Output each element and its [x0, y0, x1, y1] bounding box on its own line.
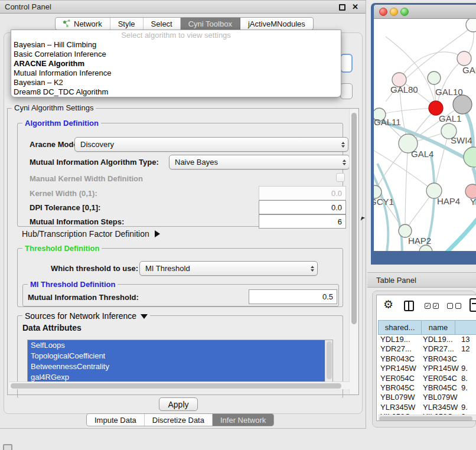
control-panel-titlebar: Control Panel ✕: [0, 1, 366, 14]
column-header-shared[interactable]: shared...: [378, 320, 422, 335]
dropdown-placeholder: Select algorithm to view settings: [11, 30, 341, 40]
table-row[interactable]: YPR145WYPR145W9.: [377, 364, 476, 374]
table-row[interactable]: YBR045CYBR045C9.: [377, 383, 476, 393]
algorithm-definition-group: Algorithm Definition Aracne Mode: Discov…: [17, 123, 343, 227]
column-header-partial[interactable]: [455, 320, 476, 335]
dropdown-option[interactable]: Mutual Information Inference: [11, 69, 341, 78]
table-cell: YER054C: [423, 374, 457, 383]
mouse-cursor: [361, 217, 366, 220]
tab-infer-network[interactable]: Infer Network: [213, 414, 273, 426]
dpi-tolerance-field[interactable]: 0.0: [259, 200, 346, 214]
table-row[interactable]: YBR043CYBR043C: [377, 354, 476, 364]
close-traffic-light[interactable]: [379, 8, 387, 16]
node-label: GAL11: [374, 117, 401, 127]
mi-steps-field[interactable]: 6: [259, 214, 346, 229]
control-panel-tabs: Network Style Select Cyni Toolbox jActiv…: [55, 17, 314, 30]
page-icon[interactable]: [470, 298, 476, 312]
table-row[interactable]: YBL079WYBL079W: [377, 393, 476, 403]
deselect-all-columns-icon[interactable]: [447, 303, 461, 309]
minimize-traffic-light[interactable]: [390, 8, 398, 16]
algorithm-definition-title: Algorithm Definition: [22, 119, 101, 128]
aracne-mode-select[interactable]: Discovery: [74, 137, 348, 152]
attribute-item[interactable]: gal4RGexp: [28, 372, 332, 382]
data-attributes-list[interactable]: SelfLoopsTopologicalCoefficientBetweenne…: [27, 340, 333, 382]
manual-kernel-width-label: Manual Kernel Width Definition: [30, 174, 143, 183]
select-all-columns-icon[interactable]: ✓✓: [425, 303, 439, 309]
table-horizontal-scrollbar[interactable]: [378, 415, 476, 421]
network-icon: [63, 19, 71, 28]
network-node[interactable]: [453, 95, 472, 114]
algorithm-dropdown-list[interactable]: Select algorithm to view settings Bayesi…: [11, 30, 341, 97]
gear-icon[interactable]: ⚙: [383, 299, 393, 311]
network-node[interactable]: [419, 245, 432, 251]
tab-cyni-toolbox[interactable]: Cyni Toolbox: [181, 18, 240, 30]
tab-select[interactable]: Select: [144, 18, 181, 30]
mi-threshold-definition-title: MI Threshold Definition: [28, 280, 118, 289]
window-title: Control Panel: [5, 2, 51, 11]
dropdown-option[interactable]: ARACNE Algorithm: [11, 59, 341, 69]
table-cell: YLR345W: [423, 403, 458, 412]
float-window-icon[interactable]: [339, 4, 345, 11]
mi-algorithm-type-select[interactable]: Naive Bayes: [169, 155, 350, 169]
manual-kernel-width-checkbox[interactable]: [336, 173, 345, 182]
tab-impute-data[interactable]: Impute Data: [87, 414, 145, 426]
tab-discretize-data[interactable]: Discretize Data: [145, 414, 213, 426]
node-label: GAL1: [439, 113, 461, 123]
network-node[interactable]: [457, 51, 471, 66]
table-cell: YBL079W: [380, 393, 415, 402]
table-panel-header: Table Panel: [367, 272, 476, 288]
hub-transcription-factor-section[interactable]: Hub/Transcription Factor Definition: [22, 229, 160, 239]
kernel-width-field[interactable]: 0.0: [259, 186, 346, 200]
dropdown-option[interactable]: Bayesian – Hill Climbing: [11, 40, 341, 50]
network-selector-combo-fragment[interactable]: [340, 83, 353, 99]
stepper-arrows-icon: [341, 138, 345, 151]
which-threshold-select[interactable]: MI Threshold: [139, 261, 318, 276]
node-label: GAL10: [435, 87, 463, 97]
node-label: GCY1: [374, 197, 394, 207]
mi-threshold-definition-group: MI Threshold Definition Mutual Informati…: [22, 284, 339, 306]
table-cell: YPR145W: [380, 364, 416, 373]
network-canvas[interactable]: GAL7GAL80GAL10GAL1GAL11GAL4SWI4GCY1HAP4Y…: [374, 19, 476, 251]
split-columns-icon[interactable]: [404, 301, 414, 311]
mi-threshold-label: Mutual Information Threshold:: [28, 293, 139, 302]
table-cell: YDR27...: [380, 344, 412, 353]
attribute-item[interactable]: SelfLoops: [28, 340, 332, 351]
table-row[interactable]: YDR27...YDR27...12: [377, 344, 476, 354]
settings-horizontal-scrollbar[interactable]: [9, 381, 350, 389]
tab-label: Network: [74, 19, 102, 28]
inference-algorithm-combo-fragment[interactable]: [340, 54, 353, 73]
cyni-bottom-tabs: Impute Data Discretize Data Infer Networ…: [86, 413, 274, 426]
dpi-tolerance-label: DPI Tolerance [0,1]:: [30, 203, 100, 212]
table-row[interactable]: YDL19...YDL19...13: [377, 335, 476, 345]
collapsed-arrow-icon: [155, 230, 160, 237]
apply-button[interactable]: Apply: [159, 397, 198, 411]
table-panel-window: ⚙ ✓✓ shared... name YDL19...YDL19...13YD…: [372, 291, 476, 428]
attributes-scrollbar[interactable]: [325, 340, 332, 381]
table-cell: 9.: [461, 383, 468, 392]
dropdown-option[interactable]: Dream8 DC_TDC Algorithm: [11, 87, 341, 97]
mi-threshold-field[interactable]: 0.5: [249, 289, 337, 304]
attribute-item[interactable]: BetweennessCentrality: [28, 361, 332, 372]
node-label: YJ: [470, 197, 476, 207]
settings-vertical-scrollbar[interactable]: [349, 109, 358, 394]
column-header-name[interactable]: name: [421, 320, 455, 335]
dropdown-option[interactable]: Basic Correlation Inference: [11, 50, 341, 59]
dropdown-option[interactable]: Bayesian – K2: [11, 78, 341, 87]
stepper-arrows-icon: [311, 262, 314, 275]
table-cell: YER054C: [380, 374, 415, 383]
network-node[interactable]: [464, 147, 476, 167]
aracne-mode-label: Aracne Mode:: [30, 140, 80, 149]
control-panel-window: Control Panel ✕ Network Style Select Cyn…: [0, 0, 366, 429]
tab-network[interactable]: Network: [56, 18, 110, 30]
table-row[interactable]: YLR345WYLR345W9.: [377, 403, 476, 413]
tab-style[interactable]: Style: [110, 18, 144, 30]
close-icon[interactable]: ✕: [352, 2, 358, 11]
node-label: GAL7: [462, 65, 476, 75]
sources-title[interactable]: Sources for Network Inference: [22, 311, 150, 321]
attribute-item[interactable]: TopologicalCoefficient: [28, 351, 332, 361]
network-node[interactable]: [428, 71, 441, 84]
table-row[interactable]: YER054CYER054C8.: [377, 374, 476, 384]
zoom-traffic-light[interactable]: [400, 8, 409, 16]
tab-jactivemnodules[interactable]: jActiveMNodules: [240, 18, 313, 30]
table-cell: YDL19...: [380, 335, 410, 344]
